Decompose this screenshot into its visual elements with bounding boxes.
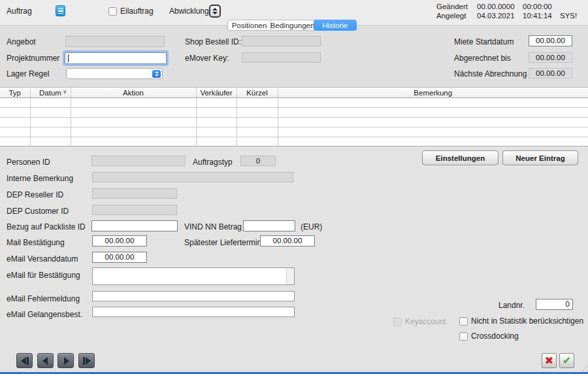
- table-cell: [0, 108, 30, 118]
- table-cell: [71, 108, 196, 118]
- table-cell: [278, 128, 588, 137]
- table-cell: [71, 118, 196, 128]
- tab-bedingungen[interactable]: Bedingungen: [270, 20, 314, 30]
- table-row[interactable]: [0, 137, 588, 147]
- keyaccount-label: Keyaccount: [405, 317, 446, 326]
- email-fehlermeldung-input[interactable]: [92, 291, 295, 301]
- table-cell: [0, 137, 30, 147]
- neuer-eintrag-button[interactable]: Neuer Eintrag: [502, 150, 578, 165]
- column-aktion[interactable]: Aktion: [71, 88, 196, 98]
- history-table-header: Typ Datum∨ Aktion Verkäufer Kürzel Bemer…: [0, 88, 588, 98]
- table-cell: [196, 137, 237, 147]
- eilauftrag-checkbox[interactable]: [108, 7, 117, 16]
- auftragstyp-field: 0: [240, 156, 276, 166]
- dep-reseller-id-field: [92, 188, 177, 199]
- angelegt-label: Angelegt: [436, 12, 466, 20]
- geaendert-time: 00:00:00: [523, 3, 552, 10]
- column-datum[interactable]: Datum∨: [30, 88, 71, 98]
- history-table: Typ Datum∨ Aktion Verkäufer Kürzel Bemer…: [0, 87, 588, 146]
- abwicklung-stepper[interactable]: [209, 5, 221, 18]
- vind-nn-betrag-label: VIND NN Betrag: [184, 222, 242, 231]
- angebot-field: [65, 36, 165, 47]
- table-cell: [237, 118, 278, 128]
- table-cell: [278, 108, 588, 118]
- abwicklung-label: Abwicklung: [169, 7, 209, 16]
- dep-customer-id-field: [92, 205, 177, 215]
- tab-historie[interactable]: Historie: [314, 20, 357, 31]
- table-cell: [0, 128, 30, 137]
- next-record-button[interactable]: [57, 353, 74, 368]
- eilauftrag-label: Eilauftrag: [120, 7, 154, 16]
- last-record-icon: [82, 357, 91, 365]
- column-typ[interactable]: Typ: [0, 88, 30, 98]
- text-caret: [68, 54, 69, 62]
- table-row[interactable]: [0, 128, 588, 137]
- bezug-packliste-input[interactable]: [91, 220, 178, 231]
- history-table-body: [0, 98, 588, 147]
- window-title: Auftrag: [7, 7, 32, 16]
- landnr-label: Landnr.: [498, 301, 525, 310]
- table-cell: [71, 137, 196, 147]
- next-record-icon: [61, 357, 71, 365]
- table-cell: [196, 128, 237, 137]
- vind-nn-betrag-input[interactable]: [243, 220, 295, 231]
- table-cell: [71, 128, 196, 137]
- cancel-button[interactable]: ✖: [542, 353, 557, 368]
- email-fuer-bestaetigung-input[interactable]: [92, 267, 295, 285]
- spaetester-liefertermin-input[interactable]: 00.00.00: [260, 235, 315, 246]
- bezug-packliste-label: Bezug auf Packliste ID: [7, 222, 86, 231]
- miete-startdatum-input[interactable]: 00.00.00: [529, 35, 572, 46]
- previous-record-button[interactable]: [37, 353, 54, 368]
- column-verkaeufer[interactable]: Verkäufer: [196, 88, 237, 98]
- audit-user: SYS!: [560, 12, 577, 20]
- table-cell: [196, 108, 237, 118]
- confirm-check-icon: ✔: [563, 356, 571, 366]
- table-cell: [30, 118, 71, 128]
- popup-arrows-icon: [152, 70, 161, 78]
- spaetester-liefertermin-label: Spätester Liefertermin: [184, 238, 261, 247]
- tab-positionen[interactable]: Positionen: [228, 20, 270, 30]
- crossdocking-label: Crossdocking: [471, 332, 519, 341]
- table-cell: [30, 108, 71, 118]
- miete-startdatum-label: Miete Startdatum: [454, 37, 514, 46]
- angelegt-time: 10:41:14: [523, 12, 552, 20]
- table-cell: [30, 128, 71, 137]
- shop-bestell-id-label: Shop Bestell ID:: [185, 37, 241, 46]
- table-cell: [237, 137, 278, 147]
- angebot-label: Angebot: [7, 37, 36, 46]
- dep-reseller-id-label: DEP Reseller ID: [7, 190, 63, 199]
- crossdocking-checkbox[interactable]: [459, 332, 468, 341]
- table-cell: [237, 98, 278, 108]
- mail-bestaetigung-input[interactable]: 00.00.00: [92, 235, 147, 246]
- emover-key-label: eMover Key:: [185, 54, 229, 63]
- confirm-button[interactable]: ✔: [559, 353, 574, 368]
- geaendert-label: Geändert: [436, 3, 468, 10]
- table-cell: [71, 98, 196, 108]
- landnr-input[interactable]: 0: [536, 299, 573, 310]
- order-form-icon[interactable]: [56, 5, 65, 16]
- column-bemerkung[interactable]: Bemerkung: [278, 88, 588, 98]
- email-versanddatum-input[interactable]: 00.00.00: [92, 252, 147, 263]
- einstellungen-button[interactable]: Einstellungen: [422, 150, 498, 165]
- cancel-x-icon: ✖: [545, 356, 553, 366]
- table-cell: [30, 137, 71, 147]
- view-tabs: Positionen Bedingungen Historie: [227, 20, 357, 31]
- table-cell: [30, 98, 71, 108]
- dep-customer-id-label: DEP Customer ID: [7, 207, 69, 216]
- column-kuerzel[interactable]: Kürzel: [237, 88, 278, 98]
- previous-record-icon: [41, 357, 50, 365]
- lager-regel-dropdown[interactable]: [66, 68, 163, 79]
- email-gelangensbest-input[interactable]: [92, 307, 295, 317]
- table-row[interactable]: [0, 98, 588, 108]
- order-head-form: Angebot Projektnummer Lager Regel Shop B…: [0, 26, 588, 88]
- projektnummer-input[interactable]: [65, 52, 167, 64]
- table-row[interactable]: [0, 108, 588, 118]
- table-cell: [196, 118, 237, 128]
- scrollbar[interactable]: [286, 268, 294, 284]
- table-cell: [278, 118, 588, 128]
- table-row[interactable]: [0, 118, 588, 128]
- first-record-button[interactable]: [16, 353, 33, 368]
- nicht-in-statistik-checkbox[interactable]: [459, 317, 468, 326]
- order-detail-form: Personen ID Auftragstyp 0 Einstellungen …: [0, 146, 588, 372]
- last-record-button[interactable]: [78, 353, 95, 368]
